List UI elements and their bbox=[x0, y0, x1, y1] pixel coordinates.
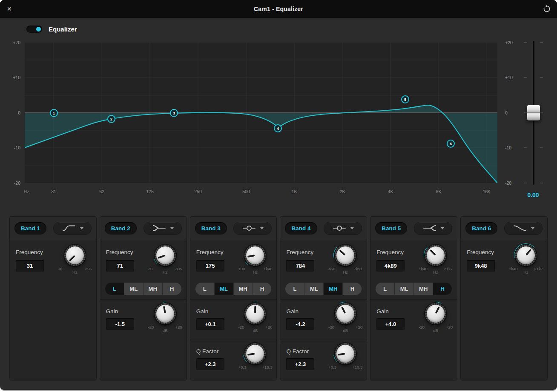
knob-pointer bbox=[163, 306, 166, 313]
eq-node-5[interactable]: 5 bbox=[401, 95, 409, 103]
fader-tick bbox=[524, 183, 527, 183]
frequency-label: Frequency bbox=[376, 249, 404, 255]
knob-max-label: +10.3 bbox=[262, 365, 272, 369]
frequency-value-field[interactable]: 31 bbox=[16, 260, 44, 272]
knob-pointer bbox=[430, 249, 436, 256]
frequency-value-field[interactable]: 175 bbox=[196, 260, 224, 272]
range-button-mh[interactable]: MH bbox=[234, 283, 253, 295]
knob-unit-label: Hz bbox=[523, 270, 528, 275]
band-shape-dropdown[interactable] bbox=[504, 222, 543, 235]
eq-node-4[interactable]: 4 bbox=[274, 124, 282, 132]
band-select-button[interactable]: Band 5 bbox=[375, 222, 407, 235]
range-button-ml[interactable]: ML bbox=[304, 283, 324, 295]
frequency-knob[interactable]: 30Hz 395 bbox=[57, 244, 93, 275]
band-shape-dropdown[interactable] bbox=[53, 222, 92, 235]
range-button-ml[interactable]: ML bbox=[124, 283, 144, 295]
band-select-button[interactable]: Band 3 bbox=[195, 222, 227, 235]
gain-section: Gain +0.1 -20dB +20 bbox=[190, 300, 277, 340]
knob-unit-label: Hz bbox=[163, 270, 168, 275]
eq-node-6[interactable]: 6 bbox=[447, 140, 455, 148]
range-button-h[interactable]: H bbox=[253, 283, 272, 295]
db-tick-right: -20 bbox=[505, 180, 520, 186]
frequency-section: Frequency 9k48 1k40Hz 21k7 bbox=[461, 240, 547, 282]
knob-face bbox=[156, 246, 174, 264]
frequency-knob[interactable]: 450Hz 7k91 bbox=[327, 244, 363, 275]
knob-min-label: -20 bbox=[328, 325, 334, 329]
band-shape-dropdown[interactable] bbox=[414, 222, 452, 235]
db-tick-left: 0 bbox=[6, 110, 20, 115]
frequency-knob[interactable]: 1k40Hz 21k7 bbox=[508, 244, 544, 275]
range-button-ml[interactable]: ML bbox=[395, 283, 414, 295]
frequency-value-field[interactable]: 9k48 bbox=[467, 260, 495, 272]
close-icon[interactable]: ✕ bbox=[7, 5, 12, 13]
frequency-range-group: LMLMHH bbox=[285, 283, 362, 295]
eq-node-2[interactable]: 2 bbox=[107, 115, 115, 123]
equalizer-window: ✕ Cam1 - Equalizer Equalizer +20+20+10+1… bbox=[0, 0, 557, 390]
band-shape-dropdown[interactable] bbox=[233, 222, 272, 235]
equalizer-toggle[interactable] bbox=[26, 26, 42, 33]
band-select-button[interactable]: Band 2 bbox=[105, 222, 137, 235]
gain-value-field[interactable]: -1.5 bbox=[106, 318, 134, 330]
gain-knob[interactable]: -20dB +20 bbox=[147, 302, 183, 334]
chevron-down-icon bbox=[170, 227, 174, 229]
range-button-l[interactable]: L bbox=[195, 283, 215, 295]
band-select-button[interactable]: Band 6 bbox=[465, 222, 497, 235]
range-button-mh[interactable]: MH bbox=[144, 283, 163, 295]
frequency-value-field[interactable]: 784 bbox=[286, 260, 314, 272]
gain-knob[interactable]: -20dB +20 bbox=[237, 302, 273, 334]
band-select-button[interactable]: Band 1 bbox=[14, 222, 46, 235]
knob-max-label: 395 bbox=[85, 266, 92, 271]
q-factor-knob[interactable]: +0.3 +10.3 bbox=[327, 342, 363, 374]
equalizer-toggle-row: Equalizer bbox=[26, 26, 77, 33]
eq-node-1[interactable]: 1 bbox=[50, 109, 58, 117]
gain-section: Gain -4.2 -20dB +20 bbox=[280, 300, 367, 340]
band-shape-dropdown[interactable] bbox=[324, 222, 362, 235]
fader-tick bbox=[540, 77, 543, 78]
filter-shape-bell-icon bbox=[241, 224, 257, 232]
master-gain-fader-handle[interactable] bbox=[527, 105, 540, 121]
gain-label: Gain bbox=[106, 308, 118, 315]
knob-min-label: -20 bbox=[238, 325, 244, 329]
knob-face bbox=[246, 246, 264, 264]
frequency-knob[interactable]: 30Hz 395 bbox=[147, 244, 183, 275]
band-select-button[interactable]: Band 4 bbox=[285, 222, 317, 235]
reset-icon[interactable] bbox=[543, 5, 551, 13]
q-factor-label: Q Factor bbox=[196, 348, 219, 355]
frequency-value-field[interactable]: 71 bbox=[106, 260, 134, 272]
range-button-mh[interactable]: MH bbox=[324, 283, 343, 295]
knob-max-label: 21k7 bbox=[444, 266, 453, 271]
gain-knob[interactable]: -20dB +20 bbox=[327, 302, 363, 334]
frequency-label: Frequency bbox=[16, 249, 43, 255]
range-button-mh[interactable]: MH bbox=[414, 283, 433, 295]
gain-knob[interactable]: -20dB +20 bbox=[418, 302, 454, 334]
fader-tick bbox=[524, 42, 527, 43]
range-button-h[interactable]: H bbox=[433, 283, 452, 295]
range-button-h[interactable]: H bbox=[343, 283, 362, 295]
q-factor-value-field[interactable]: +2.3 bbox=[196, 358, 224, 370]
range-button-l[interactable]: L bbox=[105, 283, 124, 295]
knob-min-label: 1k40 bbox=[419, 266, 428, 271]
knob-pointer bbox=[247, 353, 255, 355]
range-button-ml[interactable]: ML bbox=[215, 283, 234, 295]
db-tick-left: -20 bbox=[6, 180, 20, 186]
band-panel-5: Band 5 Frequency 4k89 1k40Hz 21k7 LMLMHH… bbox=[370, 216, 457, 381]
band-panels: Band 1 Frequency 31 30Hz 395 Band 2 Freq… bbox=[9, 216, 548, 381]
gain-value-field[interactable]: +4.0 bbox=[376, 318, 405, 330]
q-factor-value-field[interactable]: +2.3 bbox=[286, 358, 314, 370]
frequency-label: Frequency bbox=[286, 249, 313, 255]
range-button-l[interactable]: L bbox=[376, 283, 395, 295]
band-header: Band 4 bbox=[280, 217, 367, 240]
q-factor-knob[interactable]: +0.3 +10.3 bbox=[237, 342, 273, 374]
frequency-knob[interactable]: 1k40Hz 21k7 bbox=[418, 244, 454, 275]
frequency-label: Frequency bbox=[467, 249, 494, 255]
frequency-value-field[interactable]: 4k89 bbox=[376, 260, 405, 272]
range-button-l[interactable]: L bbox=[285, 283, 304, 295]
eq-node-3[interactable]: 3 bbox=[170, 109, 178, 117]
frequency-knob[interactable]: 100Hz 1k48 bbox=[237, 244, 273, 275]
range-button-h[interactable]: H bbox=[163, 283, 181, 295]
gain-value-field[interactable]: -4.2 bbox=[286, 318, 314, 330]
knob-max-label: 21k7 bbox=[534, 266, 543, 271]
gain-value-field[interactable]: +0.1 bbox=[196, 318, 224, 330]
band-shape-dropdown[interactable] bbox=[144, 222, 182, 235]
db-tick-left: +10 bbox=[6, 75, 20, 80]
